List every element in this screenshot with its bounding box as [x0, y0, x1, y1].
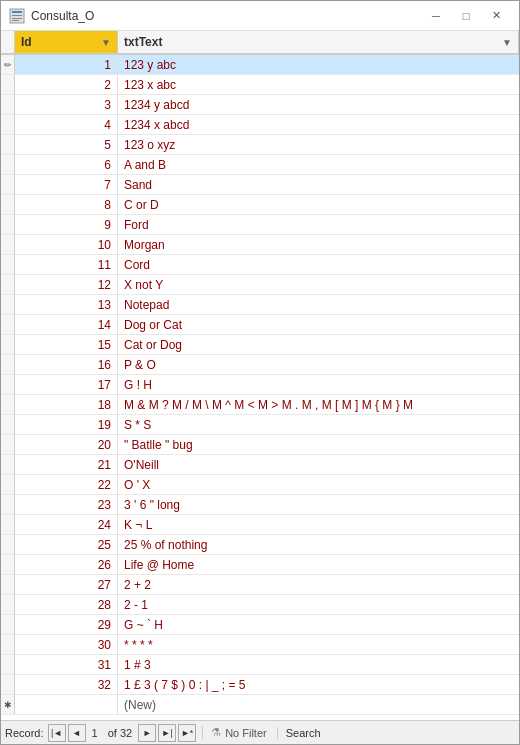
table-row[interactable]: 16P & O — [1, 355, 519, 375]
new-record-button[interactable]: ►* — [178, 724, 196, 742]
window-controls: ─ □ ✕ — [421, 6, 511, 26]
row-indicator — [1, 255, 15, 274]
table-row[interactable]: 14Dog or Cat — [1, 315, 519, 335]
table-row[interactable]: 6A and B — [1, 155, 519, 175]
row-indicator — [1, 295, 15, 314]
row-indicator — [1, 95, 15, 114]
row-indicator — [1, 555, 15, 574]
prev-record-button[interactable]: ◄ — [68, 724, 86, 742]
row-indicator — [1, 515, 15, 534]
row-indicator — [1, 275, 15, 294]
table-row[interactable]: 26Life @ Home — [1, 555, 519, 575]
filter-area: ⚗ No Filter — [202, 726, 267, 739]
cell-text: * * * * — [118, 635, 519, 654]
cell-text: 1234 y abcd — [118, 95, 519, 114]
cell-text: Morgan — [118, 235, 519, 254]
cell-id: 31 — [15, 655, 118, 674]
cell-id: 5 — [15, 135, 118, 154]
cell-text: Sand — [118, 175, 519, 194]
search-button[interactable]: Search — [277, 727, 321, 739]
table-row[interactable]: 19S * S — [1, 415, 519, 435]
table-row[interactable]: 8C or D — [1, 195, 519, 215]
table-row[interactable]: 41234 x abcd — [1, 115, 519, 135]
row-indicator — [1, 395, 15, 414]
cell-text: 1 £ 3 ( 7 $ ) 0 : | _ ; = 5 — [118, 675, 519, 694]
cell-id: 23 — [15, 495, 118, 514]
cell-id: 3 — [15, 95, 118, 114]
status-bar: Record: |◄ ◄ 1 of 32 ► ►| ►* ⚗ No Filter… — [1, 720, 519, 744]
record-label: Record: — [5, 727, 44, 739]
cell-id: 10 — [15, 235, 118, 254]
cell-text: Ford — [118, 215, 519, 234]
table-row[interactable]: 321 £ 3 ( 7 $ ) 0 : | _ ; = 5 — [1, 675, 519, 695]
new-row[interactable]: ✱(New) — [1, 695, 519, 715]
cell-id: 28 — [15, 595, 118, 614]
table-row[interactable]: 18M & M ? M / M \ M ^ M < M > M . M , M … — [1, 395, 519, 415]
cell-id: 13 — [15, 295, 118, 314]
table-row[interactable]: 7Sand — [1, 175, 519, 195]
close-button[interactable]: ✕ — [481, 6, 511, 26]
first-record-button[interactable]: |◄ — [48, 724, 66, 742]
table-row[interactable]: 272 + 2 — [1, 575, 519, 595]
table-row[interactable]: 17G ! H — [1, 375, 519, 395]
table-row[interactable]: 2123 x abc — [1, 75, 519, 95]
row-indicator — [1, 175, 15, 194]
next-record-button[interactable]: ► — [138, 724, 156, 742]
table-body[interactable]: ✏1123 y abc2123 x abc31234 y abcd41234 x… — [1, 55, 519, 720]
table-row[interactable]: 21O'Neill — [1, 455, 519, 475]
cell-id: 14 — [15, 315, 118, 334]
cell-id: 20 — [15, 435, 118, 454]
cell-text: K ¬ L — [118, 515, 519, 534]
table-row[interactable]: 29G ~ ` H — [1, 615, 519, 635]
window-title: Consulta_O — [31, 9, 421, 23]
cell-id: 21 — [15, 455, 118, 474]
table-row[interactable]: 22O ' X — [1, 475, 519, 495]
maximize-button[interactable]: □ — [451, 6, 481, 26]
table-row[interactable]: ✏1123 y abc — [1, 55, 519, 75]
table-row[interactable]: 233 ' 6 " long — [1, 495, 519, 515]
row-indicator — [1, 575, 15, 594]
cell-text: O ' X — [118, 475, 519, 494]
new-row-text: (New) — [118, 695, 519, 714]
table-row[interactable]: 5123 o xyz — [1, 135, 519, 155]
cell-id: 4 — [15, 115, 118, 134]
cell-text: 123 x abc — [118, 75, 519, 94]
cell-text: 3 ' 6 " long — [118, 495, 519, 514]
table-row[interactable]: 10Morgan — [1, 235, 519, 255]
cell-id: 29 — [15, 615, 118, 634]
svg-rect-1 — [12, 11, 22, 13]
minimize-button[interactable]: ─ — [421, 6, 451, 26]
table-row[interactable]: 30* * * * — [1, 635, 519, 655]
table-row[interactable]: 9Ford — [1, 215, 519, 235]
table-row[interactable]: 13Notepad — [1, 295, 519, 315]
cell-text: 25 % of nothing — [118, 535, 519, 554]
cell-text: G ~ ` H — [118, 615, 519, 634]
table-row[interactable]: 12X not Y — [1, 275, 519, 295]
cell-text: O'Neill — [118, 455, 519, 474]
text-column-header[interactable]: txtText ▼ — [118, 31, 519, 53]
table-row[interactable]: 11Cord — [1, 255, 519, 275]
cell-id: 15 — [15, 335, 118, 354]
table-row[interactable]: 15Cat or Dog — [1, 335, 519, 355]
cell-text: " Batlle " bug — [118, 435, 519, 454]
table-row[interactable]: 2525 % of nothing — [1, 535, 519, 555]
row-indicator — [1, 495, 15, 514]
cell-text: A and B — [118, 155, 519, 174]
cell-id: 22 — [15, 475, 118, 494]
table-row[interactable]: 282 - 1 — [1, 595, 519, 615]
row-indicator: ✏ — [1, 55, 15, 74]
cell-id: 1 — [15, 55, 118, 74]
table-row[interactable]: 311 # 3 — [1, 655, 519, 675]
table-row[interactable]: 20" Batlle " bug — [1, 435, 519, 455]
cell-id: 32 — [15, 675, 118, 694]
row-indicator — [1, 355, 15, 374]
last-record-button[interactable]: ►| — [158, 724, 176, 742]
row-indicator — [1, 315, 15, 334]
table-row[interactable]: 31234 y abcd — [1, 95, 519, 115]
cell-text: 123 o xyz — [118, 135, 519, 154]
id-column-header[interactable]: Id ▼ — [15, 31, 118, 53]
cell-id: 16 — [15, 355, 118, 374]
of-total: of 32 — [108, 727, 132, 739]
row-indicator — [1, 675, 15, 694]
table-row[interactable]: 24K ¬ L — [1, 515, 519, 535]
